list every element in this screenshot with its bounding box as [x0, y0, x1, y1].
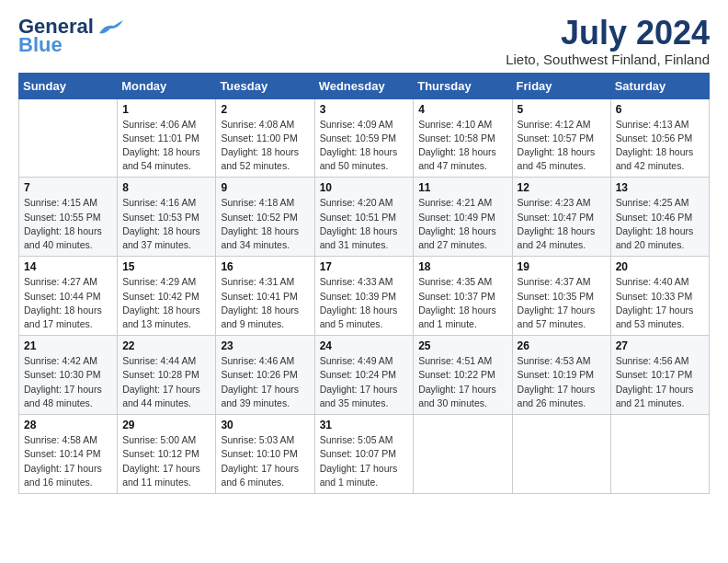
day-number: 2 — [221, 103, 309, 116]
day-number: 18 — [418, 260, 506, 273]
logo-blue: Blue — [18, 33, 63, 57]
day-info: Sunrise: 4:27 AMSunset: 10:44 PMDaylight… — [24, 275, 112, 331]
calendar-cell: 8Sunrise: 4:16 AMSunset: 10:53 PMDayligh… — [118, 178, 216, 257]
day-info: Sunrise: 4:44 AMSunset: 10:28 PMDaylight… — [122, 354, 210, 410]
day-number: 8 — [122, 181, 210, 194]
calendar-cell: 14Sunrise: 4:27 AMSunset: 10:44 PMDaylig… — [19, 257, 118, 336]
day-number: 29 — [122, 419, 210, 431]
calendar-cell: 4Sunrise: 4:10 AMSunset: 10:58 PMDayligh… — [414, 98, 512, 178]
calendar-cell: 7Sunrise: 4:15 AMSunset: 10:55 PMDayligh… — [19, 178, 118, 257]
day-info: Sunrise: 4:23 AMSunset: 10:47 PMDaylight… — [518, 196, 606, 252]
calendar-cell — [610, 415, 709, 494]
day-info: Sunrise: 4:29 AMSunset: 10:42 PMDaylight… — [122, 275, 210, 331]
day-number: 7 — [24, 181, 112, 194]
calendar-week-row: 28Sunrise: 4:58 AMSunset: 10:14 PMDaylig… — [19, 415, 710, 494]
calendar-cell: 27Sunrise: 4:56 AMSunset: 10:17 PMDaylig… — [610, 336, 709, 415]
calendar-cell: 6Sunrise: 4:13 AMSunset: 10:56 PMDayligh… — [610, 98, 709, 178]
calendar-table: SundayMondayTuesdayWednesdayThursdayFrid… — [18, 73, 710, 494]
weekday-header-saturday: Saturday — [610, 73, 709, 98]
day-number: 15 — [122, 260, 210, 273]
calendar-cell: 20Sunrise: 4:40 AMSunset: 10:33 PMDaylig… — [610, 257, 709, 336]
calendar-cell: 12Sunrise: 4:23 AMSunset: 10:47 PMDaylig… — [512, 178, 610, 257]
day-number: 5 — [518, 103, 606, 116]
calendar-cell: 26Sunrise: 4:53 AMSunset: 10:19 PMDaylig… — [512, 336, 610, 415]
day-number: 16 — [221, 260, 309, 273]
day-info: Sunrise: 4:33 AMSunset: 10:39 PMDaylight… — [320, 275, 409, 331]
weekday-header-thursday: Thursday — [414, 73, 512, 98]
day-number: 13 — [616, 181, 704, 194]
calendar-cell: 31Sunrise: 5:05 AMSunset: 10:07 PMDaylig… — [314, 415, 414, 494]
weekday-header-wednesday: Wednesday — [314, 73, 414, 98]
day-number: 21 — [24, 339, 112, 352]
calendar-cell — [512, 415, 610, 494]
calendar-cell: 5Sunrise: 4:12 AMSunset: 10:57 PMDayligh… — [512, 98, 610, 178]
day-info: Sunrise: 4:40 AMSunset: 10:33 PMDaylight… — [616, 275, 704, 331]
calendar-cell: 19Sunrise: 4:37 AMSunset: 10:35 PMDaylig… — [512, 257, 610, 336]
calendar-cell: 2Sunrise: 4:08 AMSunset: 11:00 PMDayligh… — [216, 98, 314, 178]
day-number: 27 — [616, 339, 704, 352]
calendar-cell: 9Sunrise: 4:18 AMSunset: 10:52 PMDayligh… — [216, 178, 314, 257]
day-info: Sunrise: 4:37 AMSunset: 10:35 PMDaylight… — [518, 275, 606, 331]
calendar-cell — [19, 98, 118, 178]
day-number: 11 — [418, 181, 506, 194]
day-info: Sunrise: 4:53 AMSunset: 10:19 PMDaylight… — [518, 354, 606, 410]
weekday-header-tuesday: Tuesday — [216, 73, 314, 98]
day-info: Sunrise: 4:51 AMSunset: 10:22 PMDaylight… — [418, 354, 506, 410]
calendar-cell: 1Sunrise: 4:06 AMSunset: 11:01 PMDayligh… — [118, 98, 216, 178]
day-info: Sunrise: 4:12 AMSunset: 10:57 PMDaylight… — [518, 118, 606, 174]
calendar-cell: 23Sunrise: 4:46 AMSunset: 10:26 PMDaylig… — [216, 336, 314, 415]
day-info: Sunrise: 4:58 AMSunset: 10:14 PMDaylight… — [24, 433, 112, 489]
day-info: Sunrise: 4:49 AMSunset: 10:24 PMDaylight… — [320, 354, 409, 410]
day-info: Sunrise: 4:25 AMSunset: 10:46 PMDaylight… — [616, 196, 704, 252]
day-info: Sunrise: 4:35 AMSunset: 10:37 PMDaylight… — [418, 275, 506, 331]
calendar-cell: 18Sunrise: 4:35 AMSunset: 10:37 PMDaylig… — [414, 257, 512, 336]
day-number: 9 — [221, 181, 309, 194]
calendar-cell: 15Sunrise: 4:29 AMSunset: 10:42 PMDaylig… — [118, 257, 216, 336]
day-info: Sunrise: 4:15 AMSunset: 10:55 PMDaylight… — [24, 196, 112, 252]
weekday-header-row: SundayMondayTuesdayWednesdayThursdayFrid… — [19, 73, 710, 98]
calendar-cell: 25Sunrise: 4:51 AMSunset: 10:22 PMDaylig… — [414, 336, 512, 415]
calendar-week-row: 21Sunrise: 4:42 AMSunset: 10:30 PMDaylig… — [19, 336, 710, 415]
day-info: Sunrise: 5:00 AMSunset: 10:12 PMDaylight… — [122, 433, 210, 489]
calendar-week-row: 1Sunrise: 4:06 AMSunset: 11:01 PMDayligh… — [19, 98, 710, 178]
day-number: 31 — [320, 419, 409, 431]
calendar-cell: 17Sunrise: 4:33 AMSunset: 10:39 PMDaylig… — [314, 257, 414, 336]
day-number: 1 — [122, 103, 210, 116]
day-number: 23 — [221, 339, 309, 352]
weekday-header-friday: Friday — [512, 73, 610, 98]
location-text: Lieto, Southwest Finland, Finland — [506, 52, 710, 67]
day-number: 19 — [518, 260, 606, 273]
day-number: 26 — [518, 339, 606, 352]
day-number: 12 — [518, 181, 606, 194]
day-info: Sunrise: 4:21 AMSunset: 10:49 PMDaylight… — [418, 196, 506, 252]
day-number: 14 — [24, 260, 112, 273]
calendar-week-row: 14Sunrise: 4:27 AMSunset: 10:44 PMDaylig… — [19, 257, 710, 336]
weekday-header-monday: Monday — [118, 73, 216, 98]
logo-block: General Blue — [18, 15, 125, 57]
day-number: 4 — [418, 103, 506, 116]
day-info: Sunrise: 5:05 AMSunset: 10:07 PMDaylight… — [320, 433, 409, 489]
calendar-cell: 16Sunrise: 4:31 AMSunset: 10:41 PMDaylig… — [216, 257, 314, 336]
day-info: Sunrise: 4:42 AMSunset: 10:30 PMDaylight… — [24, 354, 112, 410]
calendar-cell: 3Sunrise: 4:09 AMSunset: 10:59 PMDayligh… — [314, 98, 414, 178]
day-number: 25 — [418, 339, 506, 352]
day-info: Sunrise: 5:03 AMSunset: 10:10 PMDaylight… — [221, 433, 309, 489]
calendar-week-row: 7Sunrise: 4:15 AMSunset: 10:55 PMDayligh… — [19, 178, 710, 257]
calendar-cell: 30Sunrise: 5:03 AMSunset: 10:10 PMDaylig… — [216, 415, 314, 494]
day-info: Sunrise: 4:06 AMSunset: 11:01 PMDaylight… — [122, 118, 210, 174]
calendar-cell — [414, 415, 512, 494]
calendar-cell: 11Sunrise: 4:21 AMSunset: 10:49 PMDaylig… — [414, 178, 512, 257]
logo: General Blue — [18, 15, 125, 57]
day-number: 17 — [320, 260, 409, 273]
logo-bird-icon — [96, 17, 125, 37]
day-number: 28 — [24, 419, 112, 431]
calendar-cell: 29Sunrise: 5:00 AMSunset: 10:12 PMDaylig… — [118, 415, 216, 494]
day-info: Sunrise: 4:56 AMSunset: 10:17 PMDaylight… — [616, 354, 704, 410]
title-block: July 2024 Lieto, Southwest Finland, Finl… — [506, 15, 710, 67]
calendar-cell: 28Sunrise: 4:58 AMSunset: 10:14 PMDaylig… — [19, 415, 118, 494]
day-info: Sunrise: 4:20 AMSunset: 10:51 PMDaylight… — [320, 196, 409, 252]
calendar-cell: 24Sunrise: 4:49 AMSunset: 10:24 PMDaylig… — [314, 336, 414, 415]
day-info: Sunrise: 4:10 AMSunset: 10:58 PMDaylight… — [418, 118, 506, 174]
day-info: Sunrise: 4:46 AMSunset: 10:26 PMDaylight… — [221, 354, 309, 410]
month-title: July 2024 — [506, 15, 710, 52]
